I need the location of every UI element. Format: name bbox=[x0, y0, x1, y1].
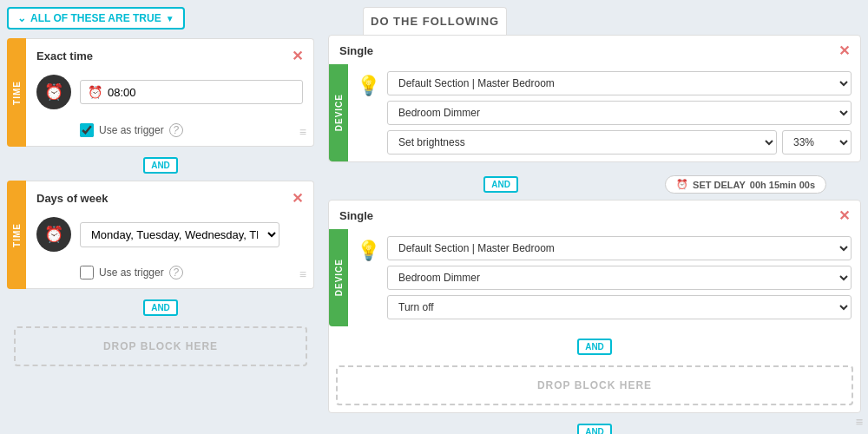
right-and-badge-bottom: AND bbox=[328, 420, 861, 434]
days-drag-handle[interactable]: ≡ bbox=[299, 267, 306, 281]
days-trigger-row: Use as trigger ? bbox=[26, 262, 313, 288]
all-these-label: ALL OF THESE ARE TRUE bbox=[30, 12, 161, 24]
exact-time-vert-label: TIME bbox=[7, 38, 26, 147]
time-field[interactable] bbox=[108, 86, 160, 99]
action-2-close[interactable]: ✕ bbox=[838, 207, 850, 224]
exact-time-trigger-checkbox[interactable] bbox=[80, 123, 94, 137]
days-select[interactable]: Monday, Tuesday, Wednesday, Thursday, Fr… bbox=[80, 222, 279, 247]
action-1-title: Single bbox=[339, 44, 373, 57]
days-header: Days of week ✕ bbox=[26, 181, 313, 212]
exact-time-drag-handle[interactable]: ≡ bbox=[299, 125, 306, 139]
action-2-action-row: Turn off bbox=[387, 295, 852, 319]
days-of-week-condition: TIME Days of week ✕ ⏰ Monday, Tuesday, W… bbox=[7, 181, 314, 289]
action-2-header: Single ✕ bbox=[329, 201, 860, 229]
action-2-device-select[interactable]: Bedroom Dimmer bbox=[387, 266, 852, 290]
action-2-controls: Default Section | Master Bedroom Bedroom… bbox=[387, 236, 852, 319]
action-1-value-select[interactable]: 33% bbox=[782, 130, 852, 155]
action-2-type-select[interactable]: Turn off bbox=[387, 295, 852, 319]
days-vert-label: TIME bbox=[7, 181, 26, 289]
and-badge-1: AND bbox=[7, 154, 314, 177]
do-following-header-area: DO THE FOLLOWING bbox=[328, 7, 861, 35]
all-these-button[interactable]: ⌄ ALL OF THESE ARE TRUE ▼ bbox=[7, 7, 185, 30]
action-1-location-select[interactable]: Default Section | Master Bedroom bbox=[387, 71, 852, 95]
action-2-device-section: DEVICE 💡 Default Section | Master Bedroo… bbox=[329, 229, 860, 326]
and-badge-2: AND bbox=[7, 296, 314, 319]
action-1-controls: Default Section | Master Bedroom Bedroom… bbox=[387, 71, 852, 155]
action-1-device-select[interactable]: Bedroom Dimmer bbox=[387, 101, 852, 125]
action-2-device-vert: DEVICE bbox=[329, 229, 348, 326]
bulb-icon-2: 💡 bbox=[357, 240, 380, 262]
exact-time-header: Exact time ✕ bbox=[26, 39, 313, 69]
set-delay-label: SET DELAY bbox=[693, 180, 746, 190]
days-close[interactable]: ✕ bbox=[292, 190, 303, 207]
exact-time-help-icon[interactable]: ? bbox=[169, 123, 183, 137]
exact-time-close[interactable]: ✕ bbox=[292, 48, 303, 64]
action-1-device-section: DEVICE 💡 Default Section | Master Bedroo… bbox=[329, 64, 860, 161]
set-delay-badge[interactable]: ⏰ SET DELAY 00h 15min 00s bbox=[665, 175, 826, 194]
right-panel: DO THE FOLLOWING Single ✕ DEVICE 💡 Defau… bbox=[321, 0, 868, 434]
action-2-title: Single bbox=[339, 209, 373, 222]
days-inner: Days of week ✕ ⏰ Monday, Tuesday, Wednes… bbox=[26, 181, 314, 289]
exact-time-title: Exact time bbox=[36, 49, 93, 62]
action-1-device-vert: DEVICE bbox=[329, 64, 348, 161]
clock-small-icon: ⏰ bbox=[88, 85, 102, 99]
exact-time-condition: TIME Exact time ✕ ⏰ ⏰ Use as trigger ? ≡ bbox=[7, 38, 314, 147]
left-drop-block[interactable]: DROP BLOCK HERE bbox=[14, 326, 307, 366]
bulb-icon-1: 💡 bbox=[357, 75, 380, 97]
action-2-location-select[interactable]: Default Section | Master Bedroom bbox=[387, 236, 852, 260]
days-help-icon[interactable]: ? bbox=[169, 266, 183, 279]
do-following-header: DO THE FOLLOWING bbox=[363, 7, 507, 35]
exact-time-trigger-row: Use as trigger ? bbox=[26, 120, 313, 146]
time-input-wrapper: ⏰ bbox=[80, 80, 303, 104]
exact-time-body: ⏰ ⏰ bbox=[26, 69, 313, 120]
chevron-icon: ▼ bbox=[166, 14, 174, 23]
action-2-drop-block[interactable]: DROP BLOCK HERE bbox=[336, 365, 853, 405]
action-1-action-row: Set brightness 33% bbox=[387, 130, 852, 155]
set-delay-value: 00h 15min 00s bbox=[750, 180, 815, 190]
action-card-2: Single ✕ DEVICE 💡 Default Section | Mast… bbox=[328, 200, 861, 413]
exact-time-trigger-label: Use as trigger bbox=[99, 124, 164, 136]
delay-clock-icon: ⏰ bbox=[676, 179, 688, 190]
chevron-down-icon: ⌄ bbox=[17, 12, 26, 24]
action-1-device-body: 💡 Default Section | Master Bedroom Bedro… bbox=[348, 64, 860, 161]
action-1-type-select[interactable]: Set brightness bbox=[387, 130, 777, 155]
clock-icon: ⏰ bbox=[36, 75, 71, 109]
action-1-header: Single ✕ bbox=[329, 36, 860, 64]
delay-and-area: AND ⏰ SET DELAY 00h 15min 00s bbox=[328, 169, 861, 200]
days-title: Days of week bbox=[36, 192, 108, 205]
action-card-1: Single ✕ DEVICE 💡 Default Section | Mast… bbox=[328, 35, 861, 162]
left-panel: ⌄ ALL OF THESE ARE TRUE ▼ TIME Exact tim… bbox=[0, 0, 321, 434]
days-trigger-label: Use as trigger bbox=[99, 266, 164, 279]
days-trigger-checkbox[interactable] bbox=[80, 266, 94, 279]
action-2-device-body: 💡 Default Section | Master Bedroom Bedro… bbox=[348, 229, 860, 326]
days-body: ⏰ Monday, Tuesday, Wednesday, Thursday, … bbox=[26, 212, 313, 262]
action-1-close[interactable]: ✕ bbox=[838, 43, 850, 59]
exact-time-inner: Exact time ✕ ⏰ ⏰ Use as trigger ? ≡ bbox=[26, 38, 314, 147]
days-clock-icon: ⏰ bbox=[36, 217, 71, 252]
action-2-and: AND bbox=[329, 330, 860, 358]
